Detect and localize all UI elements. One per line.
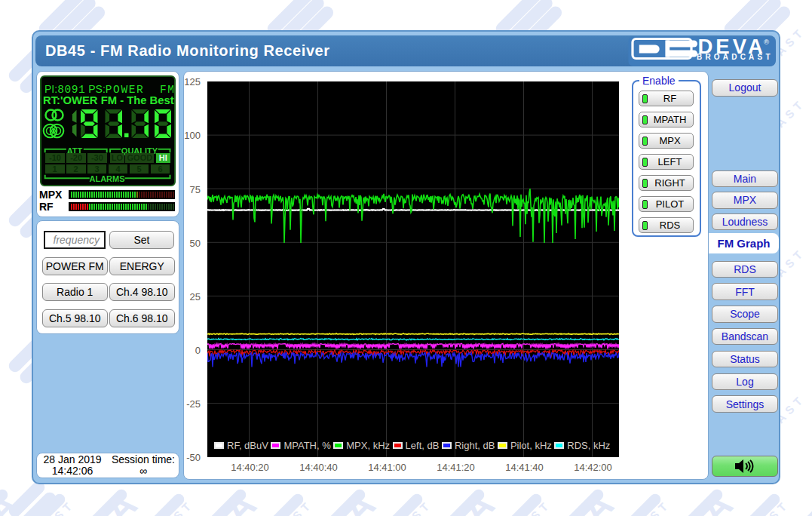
svg-text:VA: VA xyxy=(319,482,385,516)
svg-text:VA: VA xyxy=(81,482,147,516)
svg-text:VA: VA xyxy=(676,482,743,516)
svg-text:VA: VA xyxy=(438,482,504,516)
svg-text:®: ® xyxy=(764,38,769,46)
svg-text:VA: VA xyxy=(200,482,266,516)
svg-text:BROADCAST: BROADCAST xyxy=(697,53,774,61)
svg-text:VA: VA xyxy=(795,482,812,516)
svg-text:VA: VA xyxy=(557,482,624,516)
